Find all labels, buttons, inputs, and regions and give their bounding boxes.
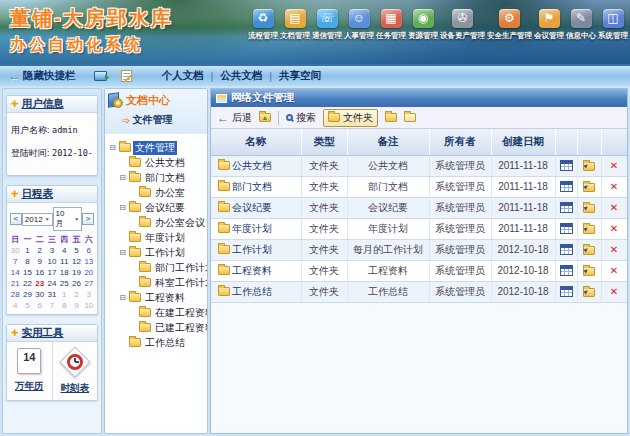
- delete-icon[interactable]: ✕: [610, 202, 618, 213]
- tree-node[interactable]: ⊟会议纪要: [106, 200, 206, 215]
- nav-item-meeting-management[interactable]: ⚑会议管理: [534, 9, 564, 41]
- delete-icon[interactable]: ✕: [610, 160, 618, 171]
- folder-view-button[interactable]: 文件夹: [323, 109, 378, 127]
- tree-node[interactable]: 年度计划: [106, 230, 206, 245]
- calendar-day[interactable]: 16: [34, 267, 46, 278]
- calendar-day[interactable]: 3: [46, 245, 58, 256]
- calendar-day[interactable]: 26: [70, 278, 82, 289]
- shortcut-link[interactable]: 公共文档: [220, 69, 262, 83]
- calendar-day[interactable]: 1: [58, 289, 70, 300]
- file-name-cell[interactable]: 工程资料: [211, 260, 301, 281]
- calendar-day[interactable]: 20: [83, 267, 95, 278]
- tree-expander-icon[interactable]: ⊟: [108, 143, 117, 152]
- share-folder-icon[interactable]: [583, 288, 595, 297]
- next-month-button[interactable]: >: [82, 213, 94, 225]
- year-select[interactable]: 2012 ▼: [22, 213, 53, 226]
- details-icon[interactable]: [560, 181, 573, 192]
- file-management-link[interactable]: ➩ 文件管理: [122, 113, 204, 127]
- tree-node[interactable]: ⊟工作计划: [106, 245, 206, 260]
- nav-item-safety-production-management[interactable]: ⚙安全生产管理: [487, 9, 532, 41]
- calendar-day[interactable]: 9: [34, 256, 46, 267]
- details-icon[interactable]: [560, 160, 573, 171]
- details-icon[interactable]: [560, 244, 573, 255]
- new-folder-icon[interactable]: [385, 113, 397, 122]
- share-folder-icon[interactable]: [583, 162, 595, 171]
- date-column-header[interactable]: 创建日期: [491, 129, 555, 155]
- nav-item-task-management[interactable]: ▦任务管理: [376, 9, 406, 41]
- delete-icon[interactable]: ✕: [610, 265, 618, 276]
- name-column-header[interactable]: 名称: [211, 129, 301, 155]
- desktop-shortcut-icon[interactable]: [94, 71, 107, 81]
- nav-item-resource-management[interactable]: ◉资源管理: [408, 9, 438, 41]
- calendar-day[interactable]: 13: [83, 256, 95, 267]
- delete-icon[interactable]: ✕: [610, 286, 618, 297]
- nav-item-process-management[interactable]: ♻流程管理: [248, 9, 278, 41]
- search-button[interactable]: 搜索: [286, 111, 316, 125]
- calendar-day[interactable]: 27: [83, 278, 95, 289]
- calendar-day[interactable]: 12: [70, 256, 82, 267]
- calendar-day[interactable]: 25: [58, 278, 70, 289]
- share-folder-icon[interactable]: [583, 183, 595, 192]
- calendar-day[interactable]: 21: [9, 278, 21, 289]
- nav-item-equipment-asset-management[interactable]: ✇设备资产管理: [440, 9, 485, 41]
- calendar-day[interactable]: 8: [58, 300, 70, 311]
- calendar-day[interactable]: 31: [46, 289, 58, 300]
- delete-icon[interactable]: ✕: [610, 181, 618, 192]
- calendar-day[interactable]: 7: [9, 256, 21, 267]
- calendar-day[interactable]: 8: [21, 256, 33, 267]
- calendar-day[interactable]: 19: [70, 267, 82, 278]
- notepad-icon[interactable]: [121, 70, 132, 82]
- file-name-cell[interactable]: 会议纪要: [211, 197, 301, 218]
- calendar-day[interactable]: 23: [34, 278, 46, 289]
- file-name-cell[interactable]: 年度计划: [211, 218, 301, 239]
- calendar-day[interactable]: 6: [34, 300, 46, 311]
- tree-node[interactable]: ⊟文件管理: [106, 140, 206, 155]
- file-name-cell[interactable]: 工作计划: [211, 239, 301, 260]
- tree-node[interactable]: 公共文档: [106, 155, 206, 170]
- tree-expander-icon[interactable]: ⊟: [118, 203, 127, 212]
- share-folder-icon[interactable]: [583, 225, 595, 234]
- calendar-day[interactable]: 2: [34, 245, 46, 256]
- calendar-day[interactable]: 4: [9, 300, 21, 311]
- calendar-day[interactable]: 11: [58, 256, 70, 267]
- tree-node[interactable]: 在建工程资料: [106, 305, 206, 320]
- tree-node[interactable]: ⊟工程资料: [106, 290, 206, 305]
- tree-node[interactable]: 部门工作计划: [106, 260, 206, 275]
- calendar-day[interactable]: 5: [70, 245, 82, 256]
- calendar-day[interactable]: 6: [83, 245, 95, 256]
- nav-item-system-management[interactable]: ◫系统管理: [598, 9, 628, 41]
- calendar-day[interactable]: 2: [70, 289, 82, 300]
- type-column-header[interactable]: 类型: [301, 129, 347, 155]
- nav-item-hr-management[interactable]: ☺人事管理: [344, 9, 374, 41]
- file-name-cell[interactable]: 工作总结: [211, 281, 301, 302]
- details-icon[interactable]: [560, 223, 573, 234]
- up-folder-icon[interactable]: [259, 113, 271, 122]
- calendar-day[interactable]: 10: [83, 300, 95, 311]
- back-button[interactable]: ← 后退: [217, 111, 252, 125]
- calendar-day[interactable]: 7: [46, 300, 58, 311]
- calendar-day[interactable]: 5: [21, 300, 33, 311]
- nav-item-info-center[interactable]: ✎信息中心: [566, 9, 596, 41]
- nav-item-communication-management[interactable]: ☏通信管理: [312, 9, 342, 41]
- delete-icon[interactable]: ✕: [610, 244, 618, 255]
- delete-icon[interactable]: ✕: [610, 223, 618, 234]
- calendar-day[interactable]: 18: [58, 267, 70, 278]
- add-folder-icon[interactable]: [404, 113, 416, 122]
- tree-node[interactable]: 已建工程资料: [106, 320, 206, 335]
- calendar-day[interactable]: 3: [83, 289, 95, 300]
- calendar-day[interactable]: 1: [21, 245, 33, 256]
- calendar-day[interactable]: 28: [9, 289, 21, 300]
- calendar-day[interactable]: 14: [9, 267, 21, 278]
- share-folder-icon[interactable]: [583, 204, 595, 213]
- hide-shortcut-button[interactable]: ← 隐藏快捷栏: [8, 69, 76, 83]
- calendar-day[interactable]: 24: [46, 278, 58, 289]
- details-icon[interactable]: [560, 286, 573, 297]
- prev-month-button[interactable]: <: [10, 213, 22, 225]
- tree-node[interactable]: 科室工作计划: [106, 275, 206, 290]
- tree-expander-icon[interactable]: ⊟: [118, 293, 127, 302]
- tree-expander-icon[interactable]: ⊟: [118, 173, 127, 182]
- tree-node[interactable]: 办公室: [106, 185, 206, 200]
- details-icon[interactable]: [560, 202, 573, 213]
- calendar-day[interactable]: 30: [34, 289, 46, 300]
- calendar-day[interactable]: 9: [70, 300, 82, 311]
